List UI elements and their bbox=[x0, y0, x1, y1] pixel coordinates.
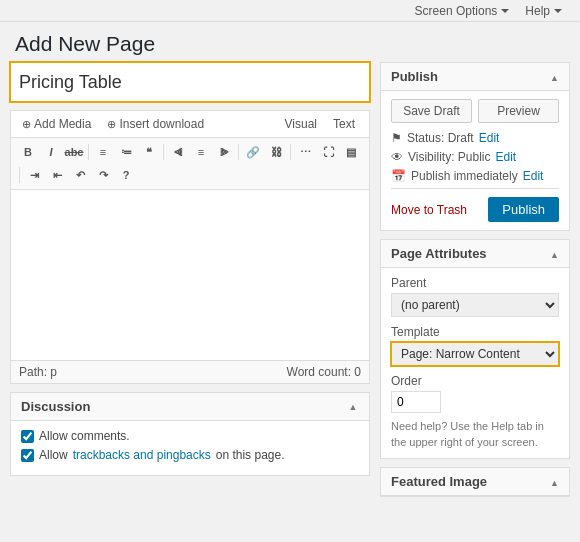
toolbar-separator-1 bbox=[88, 144, 89, 160]
allow-comments-row: Allow comments. bbox=[21, 429, 359, 443]
publish-time-row: 📅 Publish immediately Edit bbox=[391, 169, 559, 183]
toolbar-separator-4 bbox=[290, 144, 291, 160]
media-bar: ⊕ Add Media ⊕ Insert download Visual Tex… bbox=[11, 111, 369, 138]
left-column: ⊕ Add Media ⊕ Insert download Visual Tex… bbox=[10, 62, 370, 505]
visibility-icon: 👁 bbox=[391, 150, 403, 164]
publish-action-row: Save Draft Preview bbox=[391, 99, 559, 123]
strikethrough-button[interactable]: abc bbox=[63, 141, 85, 163]
publish-time-edit-link[interactable]: Edit bbox=[523, 169, 544, 183]
featured-image-header: Featured Image bbox=[381, 468, 569, 496]
publish-footer: Move to Trash Publish bbox=[391, 188, 559, 222]
blockquote-button[interactable]: ❝ bbox=[138, 141, 160, 163]
main-layout: ⊕ Add Media ⊕ Insert download Visual Tex… bbox=[0, 62, 580, 515]
page-attributes-content: Parent (no parent) Template Page: Narrow… bbox=[381, 268, 569, 458]
visual-text-toggle: Visual Text bbox=[277, 115, 363, 133]
page-attributes-toggle[interactable] bbox=[550, 246, 559, 261]
move-to-trash-button[interactable]: Move to Trash bbox=[391, 203, 467, 217]
right-column: Publish Save Draft Preview ⚑ Status: Dra… bbox=[380, 62, 570, 505]
publish-toggle[interactable] bbox=[550, 69, 559, 84]
allow-trackbacks-row: Allow trackbacks and pingbacks on this p… bbox=[21, 448, 359, 462]
featured-image-box: Featured Image bbox=[380, 467, 570, 497]
toolbar-separator-3 bbox=[238, 144, 239, 160]
align-center-button[interactable]: ≡ bbox=[190, 141, 212, 163]
parent-select[interactable]: (no parent) bbox=[391, 293, 559, 317]
format-toolbar: B I abc ≡ ≔ ❝ ⫷ ≡ ⫸ 🔗 ⛓ ⋯ ⛶ ▤ ⇥ ⇤ bbox=[11, 138, 369, 190]
publish-content: Save Draft Preview ⚑ Status: Draft Edit … bbox=[381, 91, 569, 230]
save-draft-button[interactable]: Save Draft bbox=[391, 99, 472, 123]
add-media-icon: ⊕ bbox=[22, 118, 31, 131]
template-select[interactable]: Page: Narrow Content bbox=[391, 342, 559, 366]
discussion-content: Allow comments. Allow trackbacks and pin… bbox=[11, 421, 369, 475]
screen-options-button[interactable]: Screen Options bbox=[407, 4, 518, 18]
undo-button[interactable]: ↶ bbox=[69, 164, 91, 186]
order-label: Order bbox=[391, 374, 559, 388]
insert-download-icon: ⊕ bbox=[107, 118, 116, 131]
path-bar: Path: p Word count: 0 bbox=[11, 360, 369, 383]
path-label: Path: p bbox=[19, 365, 57, 379]
status-edit-link[interactable]: Edit bbox=[479, 131, 500, 145]
toolbar-separator-2 bbox=[163, 144, 164, 160]
page-attributes-header: Page Attributes bbox=[381, 240, 569, 268]
page-attributes-box: Page Attributes Parent (no parent) Templ… bbox=[380, 239, 570, 459]
help-arrow-icon bbox=[554, 9, 562, 13]
publish-header: Publish bbox=[381, 63, 569, 91]
editor-area[interactable] bbox=[11, 190, 369, 360]
text-tab[interactable]: Text bbox=[325, 115, 363, 133]
fullscreen-button[interactable]: ⛶ bbox=[317, 141, 339, 163]
discussion-box: Discussion Allow comments. Allow trackba… bbox=[10, 392, 370, 476]
insert-download-button[interactable]: ⊕ Insert download bbox=[102, 115, 209, 133]
redo-button[interactable]: ↷ bbox=[92, 164, 114, 186]
screen-options-arrow-icon bbox=[501, 9, 509, 13]
publish-button[interactable]: Publish bbox=[488, 197, 559, 222]
link-button[interactable]: 🔗 bbox=[242, 141, 264, 163]
order-input[interactable] bbox=[391, 391, 441, 413]
discussion-header: Discussion bbox=[11, 393, 369, 421]
unlink-button[interactable]: ⛓ bbox=[265, 141, 287, 163]
help-button[interactable]: Help bbox=[517, 4, 570, 18]
calendar-icon: 📅 bbox=[391, 169, 406, 183]
page-header: Add New Page bbox=[0, 22, 580, 62]
ordered-list-button[interactable]: ≔ bbox=[115, 141, 137, 163]
status-row: ⚑ Status: Draft Edit bbox=[391, 131, 559, 145]
template-label: Template bbox=[391, 325, 559, 339]
publish-box: Publish Save Draft Preview ⚑ Status: Dra… bbox=[380, 62, 570, 231]
italic-button[interactable]: I bbox=[40, 141, 62, 163]
status-icon: ⚑ bbox=[391, 131, 402, 145]
visibility-row: 👁 Visibility: Public Edit bbox=[391, 150, 559, 164]
add-media-button[interactable]: ⊕ Add Media bbox=[17, 115, 96, 133]
help-format-button[interactable]: ? bbox=[115, 164, 137, 186]
trackbacks-link[interactable]: trackbacks and pingbacks bbox=[73, 448, 211, 462]
featured-image-toggle[interactable] bbox=[550, 474, 559, 489]
page-title: Add New Page bbox=[15, 30, 565, 57]
editor-container: ⊕ Add Media ⊕ Insert download Visual Tex… bbox=[10, 110, 370, 384]
discussion-toggle[interactable] bbox=[347, 401, 359, 413]
help-text: Need help? Use the Help tab in the upper… bbox=[391, 419, 559, 450]
allow-trackbacks-checkbox[interactable] bbox=[21, 449, 34, 462]
insert-more-button[interactable]: ⋯ bbox=[294, 141, 316, 163]
align-right-button[interactable]: ⫸ bbox=[213, 141, 235, 163]
visibility-edit-link[interactable]: Edit bbox=[495, 150, 516, 164]
unordered-list-button[interactable]: ≡ bbox=[92, 141, 114, 163]
bold-button[interactable]: B bbox=[17, 141, 39, 163]
visual-tab[interactable]: Visual bbox=[277, 115, 325, 133]
indent-button[interactable]: ⇥ bbox=[23, 164, 45, 186]
toolbar-separator-5 bbox=[19, 167, 20, 183]
page-title-input[interactable] bbox=[10, 62, 370, 102]
outdent-button[interactable]: ⇤ bbox=[46, 164, 68, 186]
preview-button[interactable]: Preview bbox=[478, 99, 559, 123]
top-bar: Screen Options Help bbox=[0, 0, 580, 22]
parent-label: Parent bbox=[391, 276, 559, 290]
word-count-label: Word count: 0 bbox=[287, 365, 361, 379]
allow-comments-checkbox[interactable] bbox=[21, 430, 34, 443]
align-left-button[interactable]: ⫷ bbox=[167, 141, 189, 163]
show-toolbar-button[interactable]: ▤ bbox=[340, 141, 362, 163]
